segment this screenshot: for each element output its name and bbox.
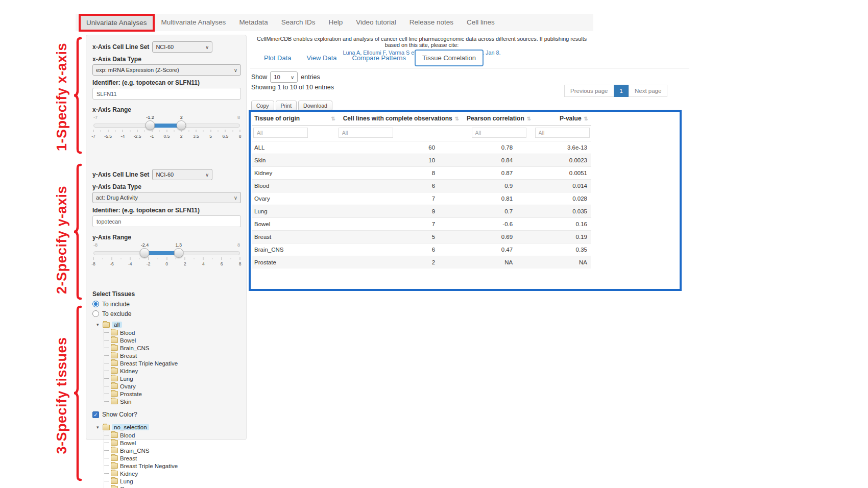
table-row[interactable]: Brain_CNS 6 0.47 0.35 <box>252 243 591 256</box>
folder-icon <box>103 322 110 328</box>
table-row[interactable]: Lung 9 0.7 0.035 <box>252 205 591 218</box>
y-identifier-label: Identifier: (e.g. topotecan or SLFN11) <box>92 207 241 214</box>
tree-item-tissue[interactable]: Breast Triple Negative <box>104 359 241 367</box>
radio-icon <box>92 301 99 307</box>
tree-item-tissue[interactable]: Blood <box>104 329 241 336</box>
x-identifier-label: Identifier: (e.g. topotecan or SLFN11) <box>92 79 241 86</box>
cell-pvalue: 0.0023 <box>533 154 591 167</box>
cell-pvalue: 0.035 <box>533 205 591 218</box>
current-page-button[interactable]: 1 <box>614 85 629 97</box>
slider-from-value: -2.4 <box>141 242 149 248</box>
y-data-type-select[interactable]: act: Drug Activity ∨ <box>92 192 241 203</box>
tree-item-tissue[interactable]: Lung <box>104 477 241 485</box>
tree-root-all[interactable]: ▾ all <box>97 321 122 329</box>
export-button[interactable]: Print <box>276 101 297 111</box>
nav-tab[interactable]: Multivariate Analyses <box>155 14 233 31</box>
x-identifier-input[interactable] <box>92 88 241 100</box>
tree-item-tissue[interactable]: Bowel <box>104 336 241 344</box>
nav-tab[interactable]: Univariate Analyses <box>79 14 155 32</box>
filter-input-tissue[interactable] <box>253 128 308 138</box>
result-tab[interactable]: Compare Patterns <box>346 51 413 65</box>
show-color-checkbox-row[interactable]: ✓ Show Color? <box>92 410 241 419</box>
tree-item-tissue[interactable]: Breast <box>104 352 241 359</box>
col-header-pearson[interactable]: Pearson correlation⇅ <box>465 112 533 126</box>
tree-item-tissue[interactable]: Kidney <box>104 470 241 477</box>
tree-item-tissue[interactable]: Blood <box>104 431 241 439</box>
folder-icon <box>111 330 118 335</box>
tree-item-tissue[interactable]: Ovary <box>104 485 241 488</box>
tree-item-tissue[interactable]: Breast <box>104 454 241 462</box>
showing-entries-text: Showing 1 to 10 of 10 entries <box>251 84 334 91</box>
folder-icon <box>111 455 118 461</box>
nav-tab[interactable]: Search IDs <box>275 14 322 31</box>
table-row[interactable]: Prostate 2 NA NA <box>252 256 591 269</box>
x-range-slider[interactable]: -7 8 -1.2 2 -7-5.5-4-2.5-10.523.556.58 <box>93 115 240 142</box>
sort-icon[interactable]: ⇅ <box>584 116 588 121</box>
tissue-correlation-table: Tissue of origin⇅ Cell lines with comple… <box>252 112 591 269</box>
table-row[interactable]: Blood 6 0.9 0.014 <box>252 180 591 192</box>
tree-item-tissue[interactable]: Bowel <box>104 439 241 447</box>
result-tab[interactable]: Plot Data <box>257 51 298 65</box>
tissue-mode-radio[interactable]: To include <box>92 299 241 309</box>
table-row[interactable]: Kidney 8 0.87 0.0051 <box>252 167 591 180</box>
chevron-down-icon: ∨ <box>234 195 237 201</box>
tree-item-tissue[interactable]: Ovary <box>104 382 241 390</box>
filter-input-pearson[interactable] <box>472 128 526 138</box>
slider-to-value: 2 <box>180 115 183 120</box>
y-range-slider[interactable]: -8 8 -2.4 1.3 -8-6-4-202468 <box>93 242 240 270</box>
nav-tab[interactable]: Help <box>322 14 349 31</box>
y-data-type-label: y-Axis Data Type <box>92 183 241 190</box>
result-tab[interactable]: Tissue Correlation <box>415 50 484 66</box>
cell-pearson: 0.87 <box>465 167 533 180</box>
cell-pvalue: 0.16 <box>533 218 591 231</box>
next-page-button[interactable]: Next page <box>629 85 667 97</box>
tree-item-tissue[interactable]: Brain_CNS <box>104 344 241 352</box>
nav-tab[interactable]: Release notes <box>403 14 460 31</box>
nav-tab[interactable]: Cell lines <box>460 14 501 31</box>
tree-item-tissue[interactable]: Brain_CNS <box>104 447 241 454</box>
y-cell-line-set-label: y-Axis Cell Line Set <box>92 171 149 178</box>
cell-tissue: ALL <box>252 141 337 154</box>
select-tissues-label: Select Tissues <box>92 290 241 298</box>
folder-icon <box>111 478 118 484</box>
col-header-tissue[interactable]: Tissue of origin⇅ <box>252 112 337 126</box>
tree-item-tissue[interactable]: Kidney <box>104 367 241 375</box>
table-row[interactable]: ALL 60 0.78 3.6e-13 <box>252 141 591 154</box>
export-button[interactable]: Copy <box>251 101 274 111</box>
x-data-type-label: x-Axis Data Type <box>92 56 241 63</box>
entries-select[interactable]: 10 ∨ <box>270 71 298 83</box>
cell-pearson: -0.6 <box>465 218 533 231</box>
col-header-cell-lines[interactable]: Cell lines with complete observations⇅ <box>337 112 465 126</box>
export-button[interactable]: Download <box>298 101 332 111</box>
folder-icon <box>111 448 118 453</box>
folder-icon <box>111 337 118 343</box>
cell-pearson: 0.69 <box>465 231 533 243</box>
tree-root-no-selection[interactable]: ▾ no_selection <box>97 423 149 431</box>
result-tab[interactable]: View Data <box>300 51 343 65</box>
col-header-pvalue[interactable]: P-value⇅ <box>533 112 591 126</box>
tree-item-tissue[interactable]: Prostate <box>104 390 241 398</box>
filter-input-cell-lines[interactable] <box>339 128 393 138</box>
nav-tab[interactable]: Metadata <box>232 14 274 31</box>
nav-tab[interactable]: Video tutorial <box>349 14 403 31</box>
tree-item-tissue[interactable]: Lung <box>104 375 241 382</box>
x-cell-line-set-select[interactable]: NCI-60 ∨ <box>152 41 212 53</box>
previous-page-button[interactable]: Previous page <box>564 85 614 97</box>
sort-icon[interactable]: ⇅ <box>331 116 335 121</box>
y-identifier-input[interactable] <box>92 215 241 227</box>
tree-item-tissue[interactable]: Breast Triple Negative <box>104 462 241 470</box>
x-data-type-select[interactable]: exp: mRNA Expression (Z-Score) ∨ <box>92 64 241 76</box>
y-cell-line-set-select[interactable]: NCI-60 ∨ <box>152 169 212 180</box>
folder-icon <box>111 376 118 381</box>
table-row[interactable]: Breast 5 0.69 0.19 <box>252 231 591 243</box>
tissue-mode-radio[interactable]: To exclude <box>92 309 241 319</box>
cell-tissue: Bowel <box>252 218 337 231</box>
sort-icon[interactable]: ⇅ <box>527 116 531 121</box>
table-row[interactable]: Bowel 7 -0.6 0.16 <box>252 218 591 231</box>
entries-control: Show 10 ∨ entries <box>251 71 320 83</box>
table-row[interactable]: Skin 10 0.84 0.0023 <box>252 154 591 167</box>
sort-icon[interactable]: ⇅ <box>455 116 459 121</box>
tree-item-tissue[interactable]: Skin <box>104 398 241 405</box>
table-row[interactable]: Ovary 7 0.81 0.028 <box>252 192 591 205</box>
filter-input-pvalue[interactable] <box>535 128 590 138</box>
